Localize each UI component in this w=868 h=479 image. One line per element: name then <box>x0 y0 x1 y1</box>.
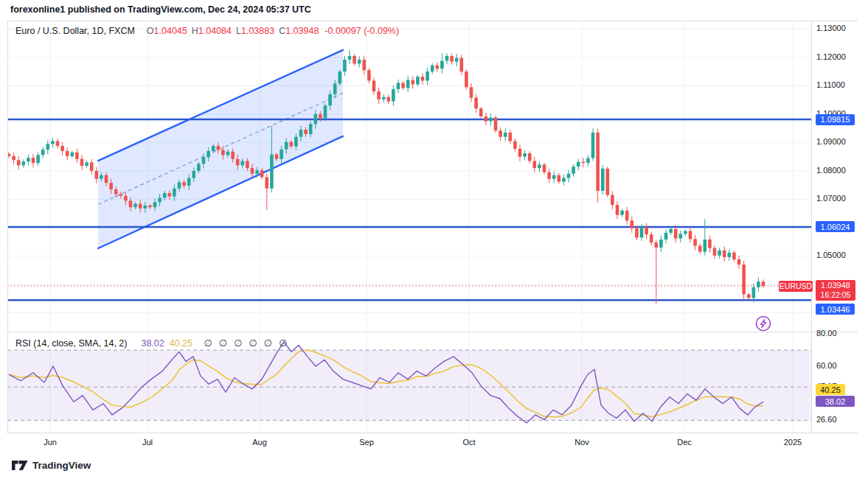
candle-body <box>265 177 269 188</box>
candle-body <box>85 162 88 166</box>
symbol-title[interactable]: Euro / U.S. Dollar, 1D, FXCM <box>15 26 135 36</box>
change-value: -0.00097 (-0.09%) <box>324 26 399 36</box>
candle-body <box>693 239 697 245</box>
candle-body <box>455 58 459 62</box>
candle-body <box>513 141 517 148</box>
candle-body <box>528 153 532 161</box>
candle-body <box>56 141 60 146</box>
candle-body <box>562 178 566 182</box>
lightning-button[interactable] <box>754 314 773 333</box>
candle-body <box>679 234 683 238</box>
candle-body <box>713 248 717 256</box>
candle-body <box>606 169 610 195</box>
candle-body <box>294 137 298 147</box>
time-label-sep: Sep <box>349 438 384 447</box>
rsi-tick: 60.00 <box>816 361 837 370</box>
candle-body <box>494 118 498 131</box>
rsi-title[interactable]: RSI (14, close, SMA, 14, 2) <box>15 338 127 349</box>
candle-body <box>596 133 600 191</box>
candle-body <box>489 118 493 122</box>
candle-body <box>275 155 279 159</box>
candle-body <box>479 108 483 116</box>
empty-set-icon: ∅ <box>279 338 287 349</box>
candle-body <box>728 253 732 257</box>
candle-body <box>236 159 240 165</box>
candle-body <box>299 130 303 137</box>
candle-body <box>723 251 726 257</box>
candle-body <box>421 77 425 80</box>
current-price-value: 1.03948 <box>816 281 855 290</box>
tradingview-watermark[interactable]: TradingView <box>12 460 91 471</box>
ohlc-key: C <box>279 26 285 36</box>
level-price-badge: 1.03446 <box>816 304 855 315</box>
candle-body <box>558 175 561 182</box>
candle-body <box>406 80 410 88</box>
candle-body <box>538 164 541 168</box>
price-axis[interactable]: 1.130001.120001.110001.100001.090001.080… <box>811 21 868 433</box>
candle-body <box>226 152 230 155</box>
ohlc-value: 1.03883 <box>241 26 274 36</box>
symbol-legend: Euro / U.S. Dollar, 1D, FXCMO1.04045H1.0… <box>15 26 399 36</box>
rsi-legend: RSI (14, close, SMA, 14, 2)38.0240.25∅∅∅… <box>15 338 291 349</box>
candle-body <box>105 175 108 183</box>
candle-body <box>547 172 551 179</box>
candle-body <box>197 164 201 171</box>
candle-body <box>231 152 235 159</box>
candle-body <box>631 220 634 228</box>
price-tick: 1.11000 <box>816 80 845 89</box>
rsi-band-fill <box>7 350 811 420</box>
candle-body <box>640 227 644 237</box>
candle-body <box>206 151 210 157</box>
candle-body <box>509 133 513 141</box>
level-price-badge: 1.09815 <box>816 114 855 125</box>
candle-body <box>586 158 590 164</box>
candle-body <box>119 194 123 195</box>
candle-body <box>251 168 254 174</box>
ohlc-values: O1.04045H1.04084L1.03883C1.03948 <box>142 26 319 36</box>
candle-body <box>757 282 760 287</box>
candle-body <box>363 60 367 70</box>
candle-body <box>280 150 283 159</box>
candle-body <box>426 71 429 80</box>
candle-body <box>752 287 756 298</box>
candle-body <box>601 169 605 191</box>
candle-body <box>241 161 245 165</box>
candle-body <box>747 294 751 298</box>
time-label-jun: Jun <box>32 438 68 447</box>
candle-body <box>348 56 352 60</box>
candle-body <box>742 265 746 294</box>
time-label-dec: Dec <box>667 438 702 447</box>
candle-body <box>465 71 468 87</box>
time-label-oct: Oct <box>451 438 487 447</box>
candle-body <box>718 251 721 256</box>
candle-body <box>41 150 45 155</box>
candle-body <box>474 98 478 109</box>
candle-body <box>71 153 74 156</box>
candle-body <box>304 130 308 134</box>
candle-body <box>144 206 147 209</box>
candle-body <box>669 229 673 233</box>
candle-body <box>625 211 629 220</box>
candle-body <box>436 66 440 69</box>
lightning-icon <box>754 314 773 333</box>
candle-body <box>762 282 765 286</box>
rsi-tick: 80.00 <box>816 329 837 338</box>
candle-body <box>689 231 692 240</box>
candle-body <box>392 89 395 102</box>
candle-body <box>445 56 449 61</box>
candle-body <box>12 156 15 160</box>
candle-body <box>382 97 386 99</box>
candle-body <box>158 197 162 202</box>
empty-set-icon: ∅ <box>219 338 227 349</box>
candle-body <box>27 158 30 161</box>
ohlc-value: 1.03948 <box>285 26 319 36</box>
candle-body <box>285 142 288 150</box>
candle-body <box>80 159 84 166</box>
time-axis[interactable]: JunJulAugSepOctNovDec2025 <box>7 433 858 452</box>
chart-plot[interactable] <box>7 21 858 433</box>
candle-body <box>412 80 415 85</box>
candle-body <box>591 133 595 158</box>
candle-body <box>75 153 79 159</box>
candle-body <box>133 204 137 208</box>
rsi-value-badge: 40.25 <box>816 384 845 395</box>
